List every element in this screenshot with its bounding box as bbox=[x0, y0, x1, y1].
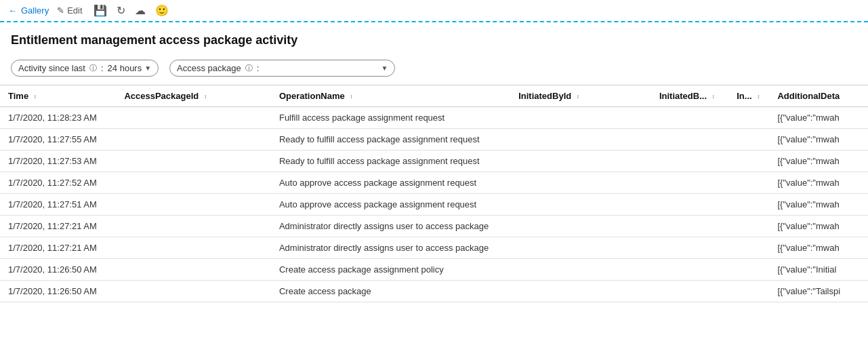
col-header-access-package-id[interactable]: AccessPackageId ↕ bbox=[116, 85, 271, 107]
cell-in bbox=[728, 281, 769, 302]
table-row: 1/7/2020, 11:27:21 AMAdministrator direc… bbox=[0, 216, 868, 237]
cell-accessPackageId bbox=[116, 129, 271, 151]
col-time-label: Time bbox=[8, 91, 28, 101]
access-colon: : bbox=[257, 63, 260, 73]
cell-additionalDeta: [{"value":"mwah bbox=[769, 216, 868, 237]
cell-operationName: Create access package assignment policy bbox=[271, 259, 510, 281]
col-op-name-label: OperationName bbox=[279, 91, 345, 101]
col-header-time[interactable]: Time ↕ bbox=[0, 85, 116, 107]
cell-time: 1/7/2020, 11:27:51 AM bbox=[0, 194, 116, 216]
data-table-container: Time ↕ AccessPackageId ↕ OperationName ↕… bbox=[0, 85, 868, 302]
access-chevron-down-icon: ▼ bbox=[381, 64, 388, 72]
cell-initiatedById bbox=[510, 259, 651, 281]
cell-accessPackageId bbox=[116, 151, 271, 172]
activity-filter[interactable]: Activity since last ⓘ : 24 hours ▼ bbox=[11, 60, 159, 77]
back-arrow-icon: ← bbox=[8, 5, 17, 16]
col-header-in[interactable]: In... ↕ bbox=[728, 85, 769, 107]
cell-initiatedById bbox=[510, 216, 651, 237]
table-header: Time ↕ AccessPackageId ↕ OperationName ↕… bbox=[0, 85, 868, 107]
cell-additionalDeta: [{"value":"Initial bbox=[769, 259, 868, 281]
cell-accessPackageId bbox=[116, 237, 271, 259]
chevron-down-icon: ▼ bbox=[144, 64, 151, 72]
gallery-label[interactable]: Gallery bbox=[21, 5, 49, 16]
cell-initiatedB bbox=[651, 107, 728, 129]
cell-initiatedById bbox=[510, 151, 651, 172]
cell-operationName: Administrator directly assigns user to a… bbox=[271, 216, 510, 237]
table-row: 1/7/2020, 11:27:21 AMAdministrator direc… bbox=[0, 237, 868, 259]
col-header-operation-name[interactable]: OperationName ↕ bbox=[271, 85, 510, 107]
cell-initiatedB bbox=[651, 259, 728, 281]
cell-operationName: Ready to fulfill access package assignme… bbox=[271, 129, 510, 151]
cell-initiatedById bbox=[510, 172, 651, 194]
activity-label: Activity since last bbox=[18, 63, 85, 73]
col-header-initiated-b[interactable]: InitiatedB... ↕ bbox=[651, 85, 728, 107]
cell-initiatedB bbox=[651, 281, 728, 302]
cell-additionalDeta: [{"value":"mwah bbox=[769, 151, 868, 172]
cloud-icon[interactable]: ☁ bbox=[135, 4, 146, 17]
cell-in bbox=[728, 216, 769, 237]
cell-initiatedB bbox=[651, 194, 728, 216]
cell-initiatedB bbox=[651, 172, 728, 194]
cell-in bbox=[728, 237, 769, 259]
cell-initiatedB bbox=[651, 151, 728, 172]
sort-access-pkg-id-icon: ↕ bbox=[204, 94, 207, 100]
table-row: 1/7/2020, 11:28:23 AMFulfill access pack… bbox=[0, 107, 868, 129]
cell-accessPackageId bbox=[116, 281, 271, 302]
cell-time: 1/7/2020, 11:27:53 AM bbox=[0, 151, 116, 172]
cell-time: 1/7/2020, 11:27:21 AM bbox=[0, 237, 116, 259]
activity-select[interactable]: 24 hours ▼ bbox=[108, 63, 152, 73]
toolbar-icons: 💾 ↻ ☁ 🙂 bbox=[94, 4, 169, 17]
sort-initiated-b-icon: ↕ bbox=[712, 94, 715, 100]
table-row: 1/7/2020, 11:27:55 AMReady to fulfill ac… bbox=[0, 129, 868, 151]
cell-time: 1/7/2020, 11:27:52 AM bbox=[0, 172, 116, 194]
emoji-icon[interactable]: 🙂 bbox=[155, 4, 169, 17]
table-body: 1/7/2020, 11:28:23 AMFulfill access pack… bbox=[0, 107, 868, 302]
access-package-input[interactable] bbox=[263, 63, 377, 73]
col-in-label: In... bbox=[737, 91, 751, 101]
cell-initiatedB bbox=[651, 237, 728, 259]
refresh-icon[interactable]: ↻ bbox=[117, 4, 125, 17]
table-row: 1/7/2020, 11:26:50 AMCreate access packa… bbox=[0, 281, 868, 302]
table-row: 1/7/2020, 11:27:51 AMAuto approve access… bbox=[0, 194, 868, 216]
col-access-pkg-id-label: AccessPackageId bbox=[124, 91, 199, 101]
cell-initiatedById bbox=[510, 281, 651, 302]
cell-operationName: Administrator directly assigns user to a… bbox=[271, 237, 510, 259]
sort-in-icon: ↕ bbox=[757, 94, 760, 100]
cell-accessPackageId bbox=[116, 172, 271, 194]
table-row: 1/7/2020, 11:26:50 AMCreate access packa… bbox=[0, 259, 868, 281]
cell-in bbox=[728, 129, 769, 151]
pencil-icon: ✎ bbox=[57, 5, 64, 16]
cell-additionalDeta: [{"value":"mwah bbox=[769, 172, 868, 194]
col-initiated-by-id-label: InitiatedById bbox=[518, 91, 571, 101]
col-header-initiated-by-id[interactable]: InitiatedById ↕ bbox=[510, 85, 651, 107]
data-table: Time ↕ AccessPackageId ↕ OperationName ↕… bbox=[0, 85, 868, 302]
cell-in bbox=[728, 107, 769, 129]
cell-operationName: Ready to fulfill access package assignme… bbox=[271, 151, 510, 172]
col-header-additional-deta[interactable]: AdditionalDeta bbox=[769, 85, 868, 107]
cell-operationName: Fulfill access package assignment reques… bbox=[271, 107, 510, 129]
cell-initiatedB bbox=[651, 129, 728, 151]
cell-additionalDeta: [{"value":"mwah bbox=[769, 129, 868, 151]
sort-op-name-icon: ↕ bbox=[350, 94, 352, 100]
access-package-filter[interactable]: Access package ⓘ : ▼ bbox=[169, 60, 395, 77]
cell-in bbox=[728, 194, 769, 216]
cell-accessPackageId bbox=[116, 259, 271, 281]
edit-button[interactable]: ✎ Edit bbox=[57, 5, 82, 16]
table-row: 1/7/2020, 11:27:52 AMAuto approve access… bbox=[0, 172, 868, 194]
save-icon[interactable]: 💾 bbox=[94, 4, 107, 17]
cell-initiatedById bbox=[510, 107, 651, 129]
back-button[interactable]: ← Gallery bbox=[8, 5, 49, 16]
cell-accessPackageId bbox=[116, 194, 271, 216]
col-additional-deta-label: AdditionalDeta bbox=[777, 91, 840, 101]
activity-info-icon[interactable]: ⓘ bbox=[89, 63, 97, 73]
page-title: Entitlement management access package ac… bbox=[0, 22, 868, 54]
access-info-icon[interactable]: ⓘ bbox=[245, 63, 253, 73]
cell-additionalDeta: [{"value":"mwah bbox=[769, 237, 868, 259]
filters-row: Activity since last ⓘ : 24 hours ▼ Acces… bbox=[0, 54, 868, 85]
cell-operationName: Auto approve access package assignment r… bbox=[271, 172, 510, 194]
cell-initiatedById bbox=[510, 237, 651, 259]
cell-time: 1/7/2020, 11:26:50 AM bbox=[0, 259, 116, 281]
cell-operationName: Create access package bbox=[271, 281, 510, 302]
cell-accessPackageId bbox=[116, 107, 271, 129]
activity-colon: : bbox=[101, 63, 104, 73]
